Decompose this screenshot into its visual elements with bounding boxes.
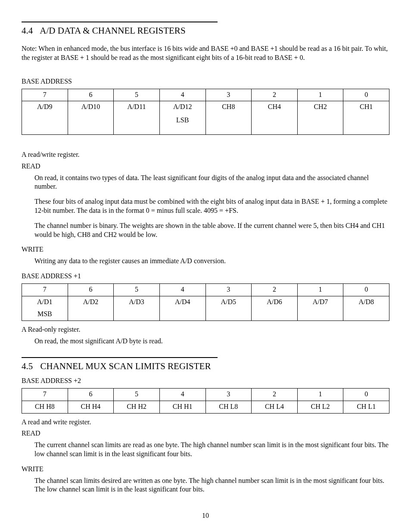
bit-cell: CH L1 (343, 401, 389, 413)
bit-cell: CH8 (206, 101, 252, 135)
bit-val: CH1 (360, 103, 373, 110)
base-address-label: BASE ADDRESS (22, 77, 389, 86)
rw-desc-45: A read and write register. (22, 418, 389, 427)
read-para: These four bits of analog input data mus… (34, 197, 389, 215)
bit-val: A/D11 (128, 103, 146, 110)
base2-table: 7 6 5 4 3 2 1 0 CH H8 CH H4 CH H2 CH H1 … (22, 388, 389, 414)
section-rule (22, 357, 218, 358)
section-4-4-title: 4.4 A/D DATA & CHANNEL REGISTERS (22, 25, 389, 37)
ro-desc: A Read-only register. (22, 325, 389, 334)
bit-header: 2 (252, 283, 298, 296)
bit-header: 4 (159, 388, 206, 401)
bit-val: CH2 (314, 103, 327, 110)
write-label-45: WRITE (22, 465, 389, 474)
bit-cell: A/D8 (343, 296, 389, 321)
ro-read: On read, the most significant A/D byte i… (34, 337, 389, 346)
bit-extra: MSB (24, 310, 66, 319)
bit-cell: A/D10 (68, 101, 114, 135)
bit-cell: CH2 (297, 101, 343, 135)
bit-header: 7 (22, 89, 68, 101)
base1-table: 7 6 5 4 3 2 1 0 A/D1 MSB A/D2 A/D3 A/D4 … (22, 283, 389, 321)
section-rule (22, 22, 218, 22)
bit-cell: A/D3 (114, 296, 160, 321)
bit-header: 0 (343, 283, 389, 296)
bit-cell: CH1 (343, 101, 389, 135)
bit-header: 5 (114, 89, 160, 101)
bit-header: 6 (68, 283, 114, 296)
bit-cell: A/D1 MSB (22, 296, 68, 321)
bit-cell: CH L2 (297, 401, 343, 413)
section-heading: A/D DATA & CHANNEL REGISTERS (40, 25, 185, 36)
bit-header: 0 (343, 89, 389, 101)
bit-header: 3 (206, 283, 252, 296)
read-para-45: The current channel scan limits are read… (34, 441, 389, 459)
page-number: 10 (22, 511, 389, 520)
bit-val: A/D1 (37, 298, 53, 305)
bit-extra: LSB (162, 116, 204, 125)
bit-val: A/D7 (313, 298, 328, 305)
bit-val: A/D12 (173, 103, 192, 110)
rw-desc: A read/write register. (22, 150, 389, 159)
bit-header: 1 (297, 89, 343, 101)
base1-label: BASE ADDRESS +1 (22, 272, 389, 281)
bit-header: 0 (343, 388, 389, 401)
bit-cell: A/D4 (159, 296, 206, 321)
bit-val: A/D2 (83, 298, 99, 305)
bit-val: A/D6 (267, 298, 282, 305)
bit-header: 2 (252, 89, 298, 101)
bit-cell: CH L8 (206, 401, 252, 413)
bit-header: 5 (114, 283, 160, 296)
write-label: WRITE (22, 245, 389, 254)
bit-val: A/D3 (129, 298, 144, 305)
bit-cell: CH H4 (68, 401, 114, 413)
bit-header: 3 (206, 89, 252, 101)
bit-header: 4 (159, 89, 206, 101)
bit-cell: CH4 (252, 101, 298, 135)
bit-cell: CH H2 (114, 401, 160, 413)
bit-header: 7 (22, 283, 68, 296)
read-para: The channel number is binary. The weight… (34, 221, 389, 240)
bit-cell: A/D12 LSB (159, 101, 206, 135)
bit-cell: A/D6 (252, 296, 298, 321)
bit-val: A/D10 (81, 103, 100, 110)
bit-header: 4 (159, 283, 206, 296)
bit-cell: A/D7 (297, 296, 343, 321)
bit-cell: A/D11 (114, 101, 160, 135)
base-address-table: 7 6 5 4 3 2 1 0 A/D9 A/D10 A/D11 A/D12 L… (22, 89, 389, 135)
section-4-5-title: 4.5 CHANNEL MUX SCAN LIMITS REGISTER (22, 361, 389, 372)
bit-val: A/D4 (175, 298, 190, 305)
bit-cell: A/D2 (68, 296, 114, 321)
read-label-45: READ (22, 429, 389, 438)
bit-cell: CH H8 (22, 401, 68, 413)
note-paragraph: Note: When in enhanced mode, the bus int… (22, 44, 389, 62)
section-heading: CHANNEL MUX SCAN LIMITS REGISTER (40, 361, 211, 371)
bit-header: 6 (68, 89, 114, 101)
bit-header: 7 (22, 388, 68, 401)
bit-val: A/D5 (221, 298, 237, 305)
read-label: READ (22, 162, 389, 171)
base2-label: BASE ADDRESS +2 (22, 376, 389, 386)
bit-cell: A/D5 (206, 296, 252, 321)
bit-header: 3 (206, 388, 252, 401)
section-number: 4.4 (22, 25, 33, 37)
bit-cell: CH H1 (159, 401, 206, 413)
bit-header: 1 (297, 283, 343, 296)
bit-header: 2 (252, 388, 298, 401)
bit-cell: A/D9 (22, 101, 68, 135)
bit-header: 6 (68, 388, 114, 401)
section-number: 4.5 (22, 361, 33, 372)
bit-header: 5 (114, 388, 160, 401)
bit-val: CH8 (222, 103, 235, 110)
bit-cell: CH L4 (252, 401, 298, 413)
bit-val: CH4 (268, 103, 281, 110)
write-para: Writing any data to the register causes … (34, 257, 389, 266)
bit-header: 1 (297, 388, 343, 401)
write-para-45: The channel scan limits desired are writ… (34, 476, 389, 495)
read-para: On read, it contains two types of data. … (34, 174, 389, 192)
bit-val: A/D9 (37, 103, 53, 110)
bit-val: A/D8 (358, 298, 374, 305)
